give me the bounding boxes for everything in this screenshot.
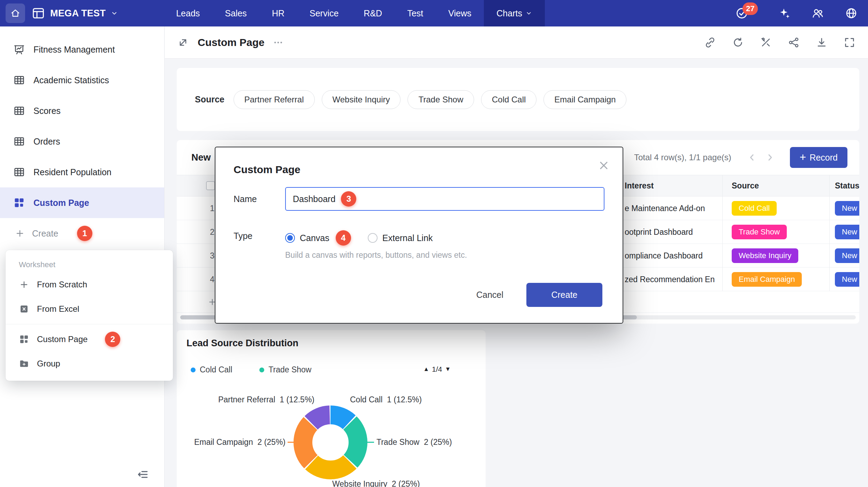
legend-dot [259,368,264,372]
cancel-button[interactable]: Cancel [476,290,503,300]
column-divider [722,175,723,291]
nav-leads[interactable]: Leads [163,0,212,26]
create-menu: Worksheet From ScratchFrom ExcelCustom P… [6,250,173,381]
menu-item-from-scratch[interactable]: From Scratch [6,272,173,297]
cell-interest: ootprint Dashboard [625,227,722,237]
cell-status: New [835,225,859,239]
add-record-button[interactable]: + Record [790,147,847,168]
filter-pill-cold-call[interactable]: Cold Call [481,90,536,109]
step-badge-4: 4 [336,230,351,246]
prev-page-button[interactable] [747,152,757,163]
fullscreen-icon[interactable] [844,37,855,48]
chart-pager: ▲ 1/4 ▼ [423,365,451,373]
nav-charts[interactable]: Charts [484,0,545,26]
source-tag: Email Campaign [732,272,802,287]
close-icon[interactable] [597,159,610,172]
sparkle-button[interactable] [778,7,791,20]
nav-views[interactable]: Views [436,0,484,26]
next-page-button[interactable] [765,152,775,163]
globe-icon [845,7,858,20]
radio-external-link-label[interactable]: External Link [382,233,433,243]
menu-item-group[interactable]: Group [6,351,173,376]
select-all-checkbox[interactable] [206,181,215,190]
page-header: Custom Page [165,26,868,59]
notification-badge: 27 [743,2,758,15]
donut-label: Partner Referral 1 (12.5%) [218,395,314,404]
status-tag: New [835,248,859,263]
type-help-text: Build a canvas with reports, buttons, an… [285,250,467,260]
plus-icon: + [800,152,806,163]
expand-diagonal-icon[interactable] [177,37,189,48]
filter-label: Source [195,94,224,105]
topbar-actions: 27 [736,7,858,20]
link-icon[interactable] [704,37,716,48]
donut-label: Cold Call 1 (12.5%) [350,395,422,404]
sidebar-item-scores[interactable]: Scores [0,95,164,126]
chevron-down-icon [111,9,118,17]
custom-page-modal: Custom Page Name Dashboard 3 Type Canvas… [215,147,623,324]
menu-divider [6,324,173,324]
tools-icon[interactable] [760,37,772,48]
globe-button[interactable] [845,7,858,20]
legend-item-cold-call[interactable]: Cold Call [191,365,232,374]
radio-canvas[interactable] [285,233,295,243]
row-number: 4 [196,275,214,284]
filter-pill-email-campaign[interactable]: Email Campaign [543,90,626,109]
sidebar-item-orders[interactable]: Orders [0,126,164,157]
step-badge-2: 2 [105,332,120,347]
nav-r-d[interactable]: R&D [351,0,395,26]
pager-down-icon[interactable]: ▼ [445,366,451,373]
sidebar-item-fitness-management[interactable]: Fitness Management [0,34,164,65]
column-header-source[interactable]: Source [732,181,759,191]
label-tick [288,442,296,443]
filter-pill-partner-referral[interactable]: Partner Referral [234,90,315,109]
nav-sales[interactable]: Sales [212,0,259,26]
column-header-interest[interactable]: Interest [625,181,654,191]
page-name-input[interactable]: Dashboard 3 [285,187,604,211]
radio-canvas-label[interactable]: Canvas [300,233,329,243]
legend-item-trade-show[interactable]: Trade Show [259,365,311,374]
workspace-switcher[interactable]: MEGA TEST [31,6,118,20]
menu-item-from-excel[interactable]: From Excel [6,297,173,321]
top-nav: LeadsSalesHRServiceR&DTestViewsCharts [163,0,545,26]
sparkle-icon [778,7,791,20]
chart-legend: Cold CallTrade Show [191,365,311,374]
refresh-icon[interactable] [732,37,744,48]
blocks-icon [19,334,29,345]
table-title: New [191,152,211,163]
collapse-sidebar-icon[interactable] [137,468,149,481]
share-icon[interactable] [788,37,800,48]
download-icon[interactable] [816,37,828,48]
tasks-button[interactable]: 27 [736,7,748,20]
sidebar-item-resident-population[interactable]: Resident Population [0,157,164,187]
sidebar-item-academic-statistics[interactable]: Academic Statistics [0,65,164,95]
chart-card: Lead Source Distribution Cold CallTrade … [177,330,486,487]
column-header-status[interactable]: Status [835,181,859,191]
status-tag: New [835,272,859,287]
filter-card: Source Partner ReferralWebsite InquiryTr… [177,68,859,131]
collaborators-button[interactable] [812,7,824,20]
create-button[interactable]: Create 1 [0,218,164,249]
nav-hr[interactable]: HR [259,0,297,26]
step-badge-3: 3 [341,191,356,207]
filter-pill-website-inquiry[interactable]: Website Inquiry [322,90,401,109]
chart-title: Lead Source Distribution [186,338,298,349]
table-icon [13,105,25,117]
sidebar-item-custom-page[interactable]: Custom Page [0,187,164,218]
radio-external-link[interactable] [368,233,378,243]
modal-create-button[interactable]: Create [526,283,602,307]
home-icon [10,8,21,18]
pager-up-icon[interactable]: ▲ [423,366,429,373]
menu-item-custom-page[interactable]: Custom Page2 [6,327,173,351]
page-title: Custom Page [198,37,265,48]
filter-pill-trade-show[interactable]: Trade Show [408,90,474,109]
status-tag: New [835,225,859,239]
nav-service[interactable]: Service [297,0,351,26]
home-button[interactable] [6,3,25,23]
legend-dot [191,368,196,372]
status-tag: New [835,201,859,216]
cell-source: Cold Call [732,201,777,216]
more-options-icon[interactable] [273,37,283,48]
nav-test[interactable]: Test [395,0,436,26]
workspace-logo-icon [31,6,45,20]
